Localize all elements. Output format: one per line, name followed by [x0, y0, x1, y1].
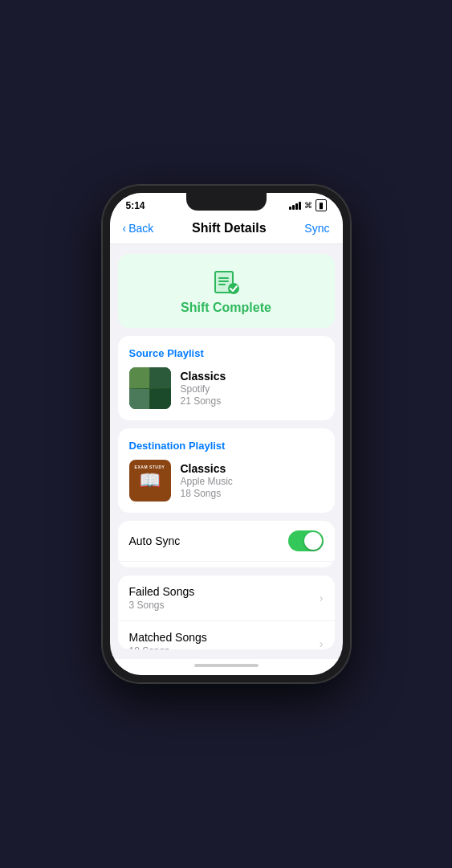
- toggle-knob: [304, 532, 322, 550]
- book-icon: 📖: [139, 470, 161, 491]
- back-label: Back: [128, 222, 153, 235]
- destination-playlist-service: Apple Music: [181, 476, 233, 487]
- source-playlist-row: Classics Spotify 21 Songs: [129, 367, 324, 409]
- failed-songs-row[interactable]: Failed Songs 3 Songs ›: [118, 575, 335, 621]
- home-bar: [194, 664, 259, 667]
- source-playlist-count: 21 Songs: [181, 395, 226, 407]
- failed-songs-count: 3 Songs: [129, 600, 195, 611]
- matched-songs-row[interactable]: Matched Songs 18 Songs ›: [118, 621, 335, 649]
- matched-songs-chevron-icon: ›: [320, 637, 324, 649]
- shift-complete-banner: Shift Complete: [118, 254, 335, 328]
- wifi-icon: ⌘: [304, 201, 312, 210]
- destination-playlist-info: Classics Apple Music 18 Songs: [181, 462, 233, 499]
- destination-playlist-row: EXAM STUDY 📖 Classics Apple Music 18 Son…: [129, 460, 324, 502]
- battery-icon: ▮: [316, 199, 327, 211]
- destination-playlist-name: Classics: [181, 462, 233, 475]
- source-playlist-service: Spotify: [181, 383, 226, 395]
- song-rows-card: Failed Songs 3 Songs › Matched Songs 18 …: [118, 575, 335, 649]
- scroll-content: Shift Complete Source Playlist: [110, 244, 343, 659]
- auto-sync-toggle[interactable]: [288, 530, 324, 551]
- failed-songs-title: Failed Songs: [129, 585, 195, 598]
- failed-songs-chevron-icon: ›: [320, 592, 324, 604]
- back-chevron-icon: ‹: [123, 222, 127, 235]
- auto-sync-row: Auto Sync: [118, 521, 335, 562]
- phone-device: 5:14 ⌘ ▮ ‹ Back Shift Details Sync: [102, 185, 351, 683]
- sync-button[interactable]: Sync: [304, 222, 329, 235]
- shift-complete-text: Shift Complete: [181, 301, 271, 315]
- source-playlist-card: Source Playlist Classics Spotify 21: [118, 336, 335, 420]
- status-icons: ⌘ ▮: [289, 199, 327, 211]
- auto-sync-label: Auto Sync: [129, 534, 181, 547]
- destination-playlist-card: Destination Playlist EXAM STUDY 📖 Classi…: [118, 428, 335, 513]
- source-playlist-name: Classics: [181, 370, 226, 383]
- nav-bar: ‹ Back Shift Details Sync: [110, 215, 343, 244]
- home-indicator: [110, 659, 343, 675]
- matched-songs-count: 18 Songs: [129, 645, 207, 649]
- shift-complete-icon: [212, 267, 241, 296]
- destination-playlist-title: Destination Playlist: [129, 440, 324, 452]
- phone-screen: 5:14 ⌘ ▮ ‹ Back Shift Details Sync: [110, 193, 343, 675]
- dest-thumb-label: EXAM STUDY: [129, 465, 171, 469]
- back-button[interactable]: ‹ Back: [123, 222, 154, 235]
- settings-card: Auto Sync Last Synced 15 seconds ago: [118, 521, 335, 567]
- signal-bars: [289, 202, 301, 210]
- matched-songs-title: Matched Songs: [129, 631, 207, 644]
- nav-title: Shift Details: [192, 221, 266, 235]
- last-synced-row: Last Synced 15 seconds ago: [118, 562, 335, 567]
- destination-playlist-thumbnail: EXAM STUDY 📖: [129, 460, 171, 502]
- source-playlist-title: Source Playlist: [129, 347, 324, 359]
- phone-notch: [186, 193, 267, 211]
- source-playlist-thumbnail: [129, 367, 171, 409]
- destination-playlist-count: 18 Songs: [181, 488, 233, 499]
- source-playlist-info: Classics Spotify 21 Songs: [181, 370, 226, 407]
- status-time: 5:14: [126, 200, 145, 211]
